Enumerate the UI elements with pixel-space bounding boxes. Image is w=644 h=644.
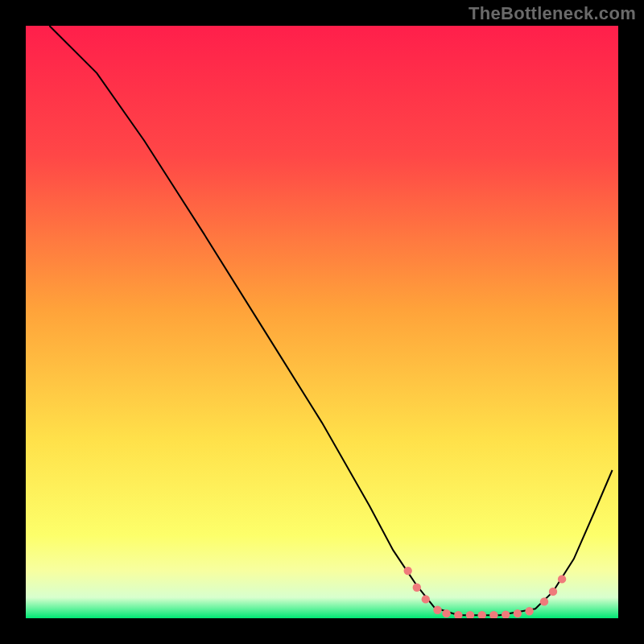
gradient-background [26,26,618,618]
curve-marker [478,611,486,619]
curve-marker [413,584,421,592]
curve-marker [442,609,450,617]
curve-marker [433,606,441,614]
curve-marker [454,611,462,619]
curve-marker [558,575,566,583]
curve-marker [549,588,557,596]
curve-marker [540,597,548,605]
curve-marker [422,595,430,603]
curve-marker [502,610,510,618]
curve-marker [514,609,522,617]
curve-marker [466,611,474,619]
curve-marker [525,607,533,615]
curve-marker [489,611,497,619]
curve-marker [404,567,412,575]
bottleneck-chart [0,0,644,644]
chart-frame: { "watermark": "TheBottleneck.com", "cha… [0,0,644,644]
